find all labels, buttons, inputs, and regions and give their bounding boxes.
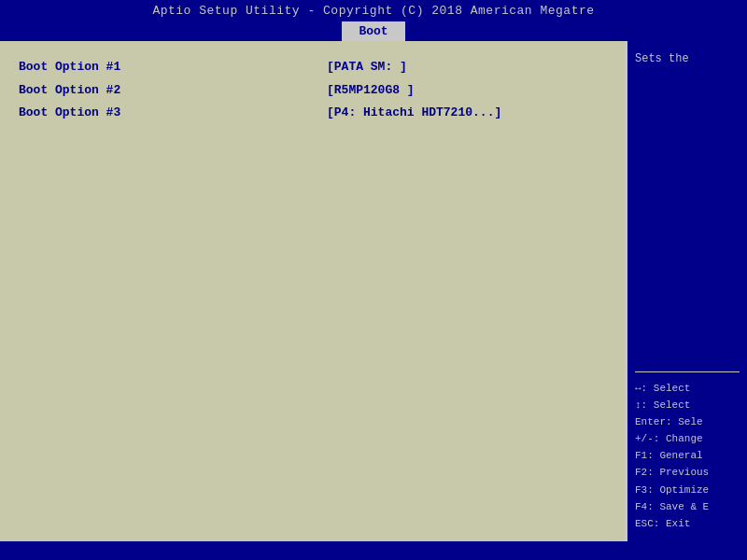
key-f4: F4: Save & E xyxy=(635,498,740,515)
key-esc: ESC: Exit xyxy=(635,515,740,532)
help-text: Sets the xyxy=(635,50,740,364)
status-bar xyxy=(0,541,747,560)
boot-option-3[interactable]: Boot Option #3 xyxy=(19,102,299,125)
tab-boot[interactable]: Boot xyxy=(342,21,404,41)
key-enter: Enter: Sele xyxy=(635,413,740,430)
boot-value-2[interactable]: [R5MP120G8 ] xyxy=(327,79,616,103)
middle-panel: [PATA SM: ] [R5MP120G8 ] [P4: Hitachi HD… xyxy=(317,41,626,541)
key-f3: F3: Optimize xyxy=(635,482,740,498)
title-text: Aptio Setup Utility - Copyright (C) 2018… xyxy=(152,4,594,18)
key-f1: F1: General xyxy=(635,447,740,464)
key-plusminus: +/-: Change xyxy=(635,430,740,447)
boot-option-1[interactable]: Boot Option #1 xyxy=(19,56,299,79)
key-f2: F2: Previous xyxy=(635,464,740,481)
key-leftright: ↔: Select xyxy=(635,380,740,397)
key-list: ↔: Select ↕: Select Enter: Sele +/-: Cha… xyxy=(635,380,740,532)
right-panel: Sets the ↔: Select ↕: Select Enter: Sele… xyxy=(626,41,747,541)
left-panel: Boot Option #1 Boot Option #2 Boot Optio… xyxy=(0,41,317,541)
key-updown: ↕: Select xyxy=(635,397,740,413)
boot-value-1[interactable]: [PATA SM: ] xyxy=(327,56,616,79)
divider xyxy=(635,371,740,372)
boot-value-3[interactable]: [P4: Hitachi HDT7210...] xyxy=(327,102,616,125)
title-bar: Aptio Setup Utility - Copyright (C) 2018… xyxy=(0,0,747,21)
tab-row: Boot xyxy=(0,21,747,41)
boot-option-2[interactable]: Boot Option #2 xyxy=(19,79,299,103)
main-content: Boot Option #1 Boot Option #2 Boot Optio… xyxy=(0,41,747,541)
